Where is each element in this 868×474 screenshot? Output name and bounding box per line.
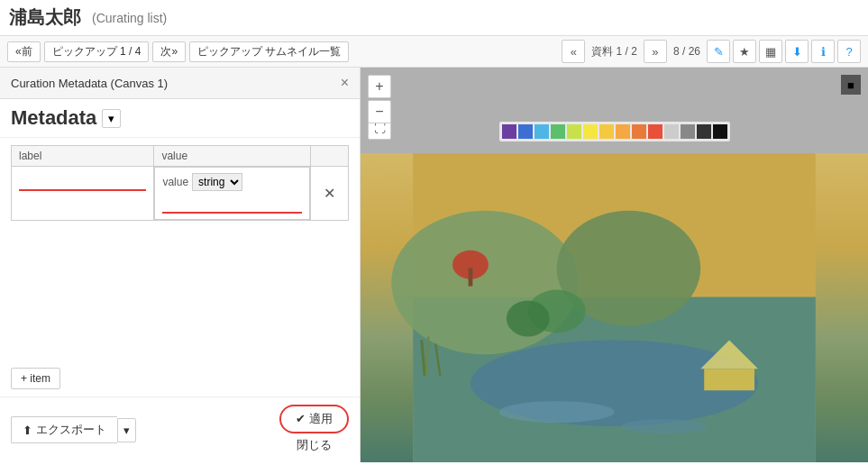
col-value-header: value — [154, 146, 311, 167]
add-item-row: + item — [0, 360, 360, 397]
label-cell: title — [12, 167, 154, 221]
value-type-select[interactable]: string uri — [192, 173, 242, 191]
color-swatch[interactable] — [632, 124, 646, 139]
page-count: 8 / 26 — [670, 45, 704, 58]
panel-close-button[interactable]: × — [341, 75, 349, 91]
prev-button[interactable]: «前 — [7, 41, 41, 62]
download-button[interactable]: ⬇ — [785, 40, 809, 63]
color-swatch[interactable] — [599, 124, 614, 139]
left-panel: Curation Metadata (Canvas 1) × Metadata … — [0, 68, 361, 462]
info-button[interactable]: ℹ — [811, 40, 835, 63]
thumbnail-button[interactable]: ピックアップ サムネイル一覧 — [189, 41, 349, 62]
color-palette — [499, 122, 730, 141]
nav-right: « 資料 1 / 2 » 8 / 26 ✎ ★ ▦ ⬇ ℹ ? — [562, 40, 861, 63]
svg-point-13 — [621, 419, 708, 433]
panel-footer: ⬆ エクスポート ▾ ✔ 適用 閉じる — [0, 397, 360, 462]
metadata-title: Metadata — [11, 106, 96, 130]
export-button[interactable]: ⬆ エクスポート — [11, 416, 117, 443]
color-swatch[interactable] — [713, 124, 727, 139]
export-dropdown-button[interactable]: ▾ — [117, 418, 136, 442]
viewer-controls: + − — [368, 75, 391, 123]
color-swatch[interactable] — [616, 124, 630, 139]
export-icon: ⬆ — [23, 424, 32, 437]
col-label-header: label — [12, 146, 154, 167]
main-area: Curation Metadata (Canvas 1) × Metadata … — [0, 68, 868, 462]
resource-label: 資料 1 / 2 — [588, 44, 641, 59]
first-page-button[interactable]: « — [562, 40, 585, 63]
export-label: エクスポート — [36, 422, 106, 438]
last-page-button[interactable]: » — [644, 40, 667, 63]
color-swatch[interactable] — [648, 124, 662, 139]
pickup-button[interactable]: ピックアップ 1 / 4 — [44, 41, 150, 62]
color-swatch[interactable] — [583, 124, 598, 139]
edit-icon-btn[interactable]: ✎ — [707, 40, 730, 63]
help-button[interactable]: ? — [837, 40, 861, 63]
painting-area — [361, 153, 868, 462]
value-prefix: value — [162, 176, 188, 188]
nav-bar: «前 ピックアップ 1 / 4 次» ピックアップ サムネイル一覧 « 資料 1… — [0, 36, 868, 68]
color-swatch[interactable] — [567, 124, 581, 139]
color-swatch[interactable] — [551, 124, 565, 139]
color-swatch[interactable] — [697, 124, 711, 139]
painting-svg — [361, 153, 868, 462]
page-subtitle: (Curating list) — [92, 11, 167, 25]
stop-icon: ■ — [847, 78, 854, 92]
apply-button[interactable]: ✔ 適用 — [279, 405, 349, 433]
stop-button[interactable]: ■ — [841, 75, 861, 95]
zoom-out-button[interactable]: − — [368, 100, 391, 123]
svg-rect-11 — [704, 369, 754, 390]
value-input[interactable]: 浦島太郎 — [162, 195, 302, 214]
svg-rect-5 — [469, 269, 473, 287]
color-swatch[interactable] — [664, 124, 679, 139]
delete-cell: ✕ — [311, 167, 349, 221]
value-cell: value string uri 浦島太郎 — [154, 167, 310, 220]
color-swatch[interactable] — [681, 124, 695, 139]
svg-point-15 — [507, 301, 550, 337]
svg-point-2 — [391, 211, 578, 355]
star-button[interactable]: ★ — [733, 40, 756, 63]
table-row: title value string uri 浦島太郎 — [12, 167, 349, 221]
color-swatch[interactable] — [535, 124, 549, 139]
action-group: ✔ 適用 閉じる — [279, 405, 349, 455]
color-swatch[interactable] — [502, 124, 516, 139]
add-item-button[interactable]: + item — [11, 368, 60, 389]
metadata-dropdown-button[interactable]: ▾ — [102, 109, 121, 128]
metadata-table-area: label value title value — [0, 138, 360, 360]
export-group: ⬆ エクスポート ▾ — [11, 416, 136, 443]
close-button[interactable]: 閉じる — [295, 435, 333, 455]
panel-header: Curation Metadata (Canvas 1) × — [0, 68, 360, 99]
label-input[interactable]: title — [19, 172, 146, 191]
metadata-table: label value title value — [11, 145, 349, 221]
svg-point-12 — [499, 401, 615, 423]
delete-row-button[interactable]: ✕ — [318, 183, 341, 204]
grid-button[interactable]: ▦ — [759, 40, 782, 63]
color-swatch[interactable] — [518, 124, 533, 139]
value-type-row: value string uri — [162, 173, 302, 191]
zoom-in-button[interactable]: + — [368, 75, 391, 98]
next-button[interactable]: 次» — [152, 41, 186, 62]
panel-title: Curation Metadata (Canvas 1) — [11, 77, 168, 90]
title-bar: 浦島太郎 (Curating list) — [0, 0, 868, 36]
right-panel: + − ⛶ ■ — [361, 68, 868, 462]
page-title: 浦島太郎 — [9, 5, 81, 30]
metadata-header: Metadata ▾ — [0, 99, 360, 138]
